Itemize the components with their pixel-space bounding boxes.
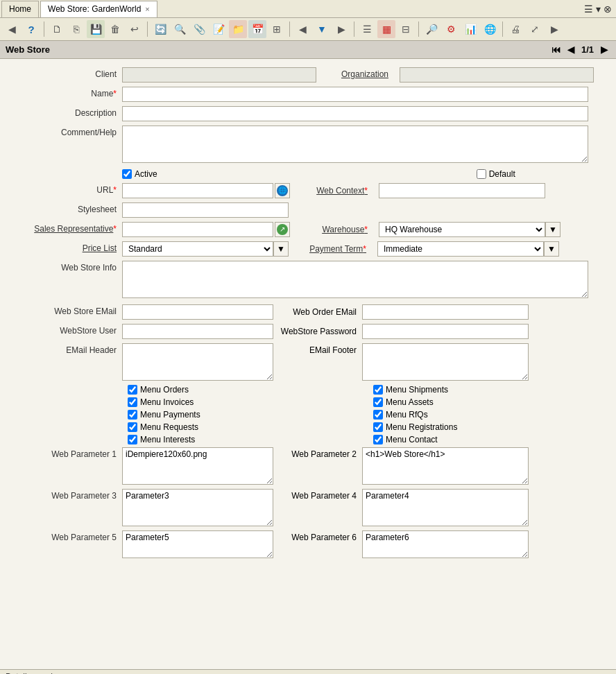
salesrep-lookup-button[interactable]: ↗ [275, 222, 290, 237]
calendar-button[interactable]: 📅 [248, 20, 266, 38]
menu-payments-left: Menu Payments [11, 410, 359, 420]
url-browse-button[interactable]: 🌐 [275, 183, 290, 198]
client-input[interactable]: GardenWorld [122, 67, 316, 83]
window-close-icon[interactable]: ⊗ [604, 3, 612, 15]
workflow-button[interactable]: 📊 [461, 20, 479, 38]
email-footer-textarea[interactable] [362, 343, 529, 381]
list-button[interactable]: ☰ [358, 20, 376, 38]
webstoreinfo-textarea[interactable] [122, 261, 588, 298]
undo-icon: ↩ [130, 24, 139, 35]
process-button[interactable]: 🔎 [422, 20, 440, 38]
active-checkbox[interactable] [122, 169, 132, 179]
default-label-text: Default [489, 169, 515, 179]
delete-button[interactable]: 🗑 [106, 20, 124, 38]
archive-button[interactable]: 📁 [229, 20, 247, 38]
description-input[interactable] [122, 106, 588, 121]
default-checkbox-label[interactable]: Default [477, 169, 515, 179]
tab-home-label: Home [9, 4, 31, 14]
nav-prev-page-button[interactable]: ◀ [565, 44, 577, 55]
stylesheet-input[interactable]: gardenworld.css [122, 202, 289, 218]
payterm-select[interactable]: Immediate [377, 241, 544, 257]
refresh-button[interactable]: 🔄 [151, 20, 169, 38]
attach-button[interactable]: 📎 [190, 20, 208, 38]
webctx-input[interactable]: /wstore [379, 183, 545, 198]
menu-contact-checkbox[interactable] [373, 435, 383, 444]
nav-next-page-button[interactable]: ▶ [598, 44, 610, 55]
menu-shipments-checkbox[interactable] [373, 385, 383, 395]
webparam1-textarea[interactable]: iDempiere120x60.png [122, 447, 273, 485]
menu-interests-checkbox[interactable] [128, 435, 137, 444]
help-button[interactable]: ? [22, 20, 40, 38]
menu-assets-label[interactable]: Menu Assets [373, 397, 434, 407]
menu-invoices-checkbox[interactable] [128, 397, 137, 407]
menu-requests-label[interactable]: Menu Requests [128, 422, 198, 432]
email-header-textarea[interactable] [122, 343, 273, 381]
menu-orders-text: Menu Orders [140, 385, 189, 395]
menu-assets-checkbox[interactable] [373, 397, 383, 407]
pricelist-dropdown-button[interactable]: ▼ [273, 241, 289, 257]
page-header: Web Store ⏮ ◀ 1/1 ▶ [0, 41, 616, 59]
window-minimize-icon[interactable]: ▾ [596, 3, 601, 15]
tab-home[interactable]: Home [1, 1, 39, 17]
name-input[interactable]: GardenWorld [122, 87, 588, 102]
menu-shipments-label[interactable]: Menu Shipments [373, 385, 448, 395]
nav-prev-button[interactable]: ◀ [293, 20, 311, 38]
salesrep-input[interactable]: GardenAdmin [122, 222, 273, 237]
nav-first-button[interactable]: ⏮ [549, 44, 563, 55]
copy-button[interactable]: ⎘ [67, 20, 85, 38]
docaction-button[interactable]: ⚙ [442, 20, 460, 38]
webparam4-textarea[interactable]: Parameter4 [362, 489, 529, 526]
menu-contact-label[interactable]: Menu Contact [373, 435, 438, 444]
note-button[interactable]: 📝 [209, 20, 228, 38]
url-input[interactable]: http://localhost [122, 183, 273, 198]
warehouse-dropdown-button[interactable]: ▼ [545, 222, 561, 237]
tab-webstore[interactable]: Web Store: GardenWorld × [40, 1, 157, 17]
payterm-dropdown-button[interactable]: ▼ [544, 241, 559, 257]
webparam6-textarea[interactable]: Parameter6 [362, 530, 529, 558]
find-button[interactable]: 🔍 [171, 20, 189, 38]
menu-invoices-label[interactable]: Menu Invoices [128, 397, 194, 407]
webparam3-textarea[interactable]: Parameter3 [122, 489, 273, 526]
print-button[interactable]: 🖨 [506, 20, 524, 38]
menu-orders-checkbox[interactable] [128, 385, 137, 395]
nav-down-button[interactable]: ▼ [313, 20, 331, 38]
active-checkbox-label[interactable]: Active [122, 169, 157, 179]
comment-row: Comment/Help [11, 126, 605, 165]
webstore-pass-input[interactable] [362, 324, 529, 339]
window-menu-icon[interactable]: ☰ [584, 3, 593, 15]
org-input[interactable]: HQ [400, 67, 594, 83]
menu-rfqs-checkbox[interactable] [373, 410, 383, 420]
menu-rfqs-label[interactable]: Menu RfQs [373, 410, 428, 420]
nav-next-button[interactable]: ▶ [332, 20, 350, 38]
menu-interests-label[interactable]: Menu Interests [128, 435, 195, 444]
pricelist-select[interactable]: Standard [122, 241, 273, 257]
grid-button[interactable]: ⊞ [268, 20, 286, 38]
menu-registrations-label[interactable]: Menu Registrations [373, 422, 457, 432]
webstore-user-input[interactable] [122, 324, 273, 339]
menu-payments-checkbox[interactable] [128, 410, 137, 420]
description-label: Description [11, 106, 122, 118]
tab-close-icon[interactable]: × [145, 5, 149, 13]
weborder-email-input[interactable] [362, 304, 529, 320]
translate-button[interactable]: 🌐 [481, 20, 499, 38]
payterm-label: Payment Term* [309, 242, 372, 254]
menu-registrations-checkbox[interactable] [373, 422, 383, 432]
undo-button[interactable]: ↩ [126, 20, 144, 38]
form-button[interactable]: ▦ [377, 20, 395, 38]
more-button[interactable]: ▶ [545, 20, 563, 38]
menu-requests-checkbox[interactable] [128, 422, 137, 432]
menu-payments-label[interactable]: Menu Payments [128, 410, 200, 420]
save-button[interactable]: 💾 [87, 20, 105, 38]
webparam5-textarea[interactable]: Parameter5 [122, 530, 273, 558]
menu-orders-label[interactable]: Menu Orders [128, 385, 189, 395]
webstore-email-input[interactable] [122, 304, 273, 320]
expand-button[interactable]: ⤢ [526, 20, 544, 38]
webparam2-textarea[interactable]: <h1>Web Store</h1> [362, 447, 529, 485]
back-button[interactable]: ◀ [3, 20, 21, 38]
new-button[interactable]: 🗋 [48, 20, 66, 38]
warehouse-select[interactable]: HQ Warehouse [379, 222, 545, 237]
default-checkbox[interactable] [477, 169, 486, 179]
comment-textarea[interactable] [122, 126, 588, 163]
menu-assets-text: Menu Assets [386, 397, 434, 407]
quick-btn[interactable]: ⊟ [397, 20, 415, 38]
